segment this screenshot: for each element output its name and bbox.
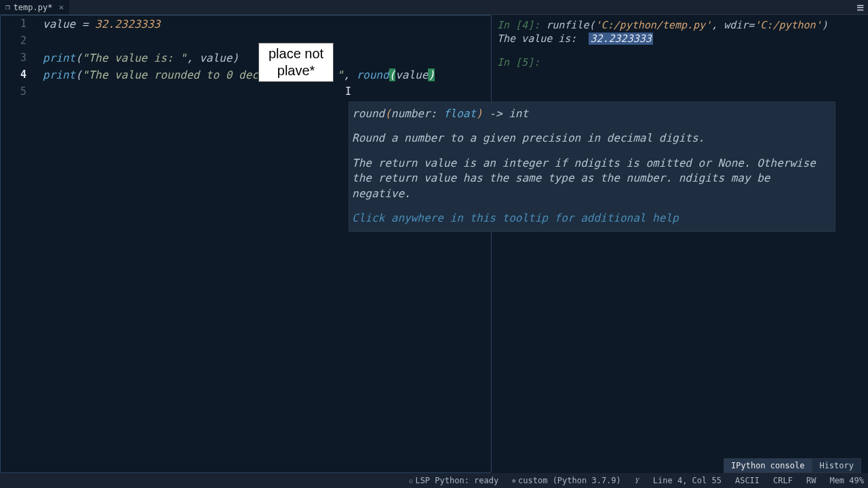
line-gutter: 1 2 3 4 5 — [1, 16, 33, 100]
status-memory[interactable]: Mem 49% — [829, 476, 864, 485]
status-cursor-position[interactable]: Line 4, Col 55 — [653, 476, 722, 485]
code-line-5[interactable] — [43, 83, 491, 100]
tooltip-signature: round(number: float) -> int — [352, 106, 832, 121]
console-pane[interactable]: In [4]: runfile('C:/python/temp.py', wdi… — [492, 15, 868, 473]
editor-pane[interactable]: 1 2 3 4 5 value = 32.2323333 print("The … — [0, 15, 492, 473]
signature-tooltip[interactable]: round(number: float) -> int Round a numb… — [349, 102, 835, 232]
status-env[interactable]: ⚙custom (Python 3.7.9) — [512, 476, 621, 485]
console-output-line: The value is: 32.2323333 — [497, 33, 863, 46]
status-lsp[interactable]: ○LSP Python: ready — [410, 476, 499, 485]
circle-icon: ○ — [410, 478, 413, 484]
code-line-1[interactable]: value = 32.2323333 — [43, 16, 491, 33]
hamburger-icon[interactable]: ≡ — [856, 0, 864, 14]
tab-bar: ❐ temp.py* × ≡ — [0, 0, 868, 15]
status-branch[interactable]: 𝑌 — [635, 476, 639, 485]
tooltip-body: The return value is an integer if ndigit… — [352, 156, 832, 201]
console-blank — [497, 45, 863, 56]
tab-history[interactable]: History — [812, 458, 861, 473]
console-input-line: In [4]: runfile('C:/python/temp.py', wdi… — [497, 19, 863, 33]
tooltip-body: Round a number to a given precision in d… — [352, 131, 832, 146]
console-prompt[interactable]: In [5]: — [497, 56, 863, 70]
tab-filename: temp.py* — [14, 3, 53, 12]
line-number: 4 — [1, 66, 33, 83]
file-icon: ❐ — [5, 3, 10, 12]
main-area: 1 2 3 4 5 value = 32.2323333 print("The … — [0, 15, 868, 473]
annotation-callout: place not plave* — [258, 43, 334, 82]
status-mode[interactable]: RW — [806, 476, 816, 485]
line-number: 3 — [1, 49, 33, 66]
annotation-text: plave* — [269, 62, 323, 79]
text-cursor-icon: I — [345, 85, 351, 98]
line-number: 2 — [1, 33, 33, 49]
line-number: 5 — [1, 83, 33, 100]
tooltip-link[interactable]: Click anywhere in this tooltip for addit… — [352, 211, 832, 226]
gear-icon: ⚙ — [512, 478, 515, 484]
editor-tab[interactable]: ❐ temp.py* × — [0, 0, 69, 14]
status-eol[interactable]: CRLF — [773, 476, 793, 485]
annotation-text: place not — [269, 45, 323, 62]
console-tabs: IPython console History — [724, 458, 861, 473]
status-encoding[interactable]: ASCII — [735, 476, 760, 485]
status-bar: ○LSP Python: ready ⚙custom (Python 3.7.9… — [0, 473, 868, 488]
line-number: 1 — [1, 16, 33, 33]
close-icon[interactable]: × — [58, 2, 64, 12]
tab-ipython-console[interactable]: IPython console — [724, 458, 812, 473]
